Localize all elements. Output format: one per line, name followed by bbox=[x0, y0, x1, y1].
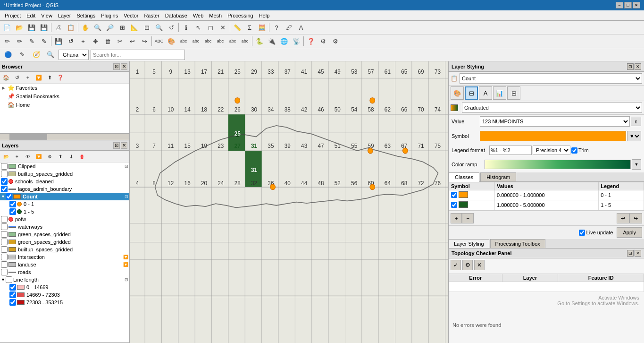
count-expand[interactable]: ▼ bbox=[1, 194, 6, 199]
help-btn[interactable]: ❓ bbox=[305, 35, 317, 47]
renderer-select[interactable]: Graduated bbox=[462, 103, 642, 113]
layer-ll-3[interactable]: 72303 - 353215 bbox=[0, 299, 129, 306]
layer-lagos[interactable]: lagos_admin_boundary bbox=[0, 185, 129, 193]
layers-close-button[interactable]: ✕ bbox=[121, 142, 127, 149]
calculator-button[interactable]: 🧮 bbox=[256, 22, 268, 33]
extra2-btn[interactable]: ⚙ bbox=[330, 35, 341, 47]
delete-btn[interactable]: 🗑 bbox=[102, 35, 113, 47]
precision-select[interactable]: Precision 4 bbox=[533, 146, 570, 155]
menu-mesh[interactable]: Mesh bbox=[206, 12, 225, 19]
abc6-btn[interactable]: abc bbox=[227, 35, 238, 47]
plugin3-btn[interactable]: 📡 bbox=[291, 35, 302, 47]
value-epsilon-btn[interactable]: ε bbox=[631, 117, 641, 126]
symbol-color-btn[interactable] bbox=[480, 131, 626, 141]
zoom-all-button[interactable]: ⊞ bbox=[117, 22, 128, 33]
classes-undo-btn[interactable]: ↩ bbox=[617, 213, 629, 223]
save-button[interactable]: 💾 bbox=[26, 22, 37, 33]
layer-options-btn[interactable]: ⚙ bbox=[45, 152, 54, 161]
abc4-btn[interactable]: abc bbox=[202, 35, 214, 47]
menu-database[interactable]: Database bbox=[162, 12, 190, 19]
browser-refresh-btn[interactable]: ↺ bbox=[12, 73, 22, 82]
menu-view[interactable]: View bbox=[38, 12, 55, 19]
layer-green1-check[interactable] bbox=[1, 231, 8, 238]
linelength-expand[interactable]: ▼ bbox=[1, 277, 6, 282]
tab-histogram[interactable]: Histogram bbox=[480, 172, 516, 181]
ll-3-check[interactable] bbox=[9, 299, 16, 306]
ll-2-check[interactable] bbox=[9, 292, 16, 298]
classes-redo-btn[interactable]: ↪ bbox=[629, 213, 642, 223]
add-point-btn[interactable]: + bbox=[77, 35, 89, 47]
style-paint-icon[interactable]: 🎨 bbox=[451, 86, 464, 100]
menu-project[interactable]: Project bbox=[2, 12, 24, 19]
save-as-button[interactable]: 💾 bbox=[38, 22, 50, 33]
topo-config-btn[interactable]: ⚙ bbox=[462, 260, 473, 270]
browser-filter-btn[interactable]: 🔽 bbox=[34, 73, 43, 82]
layer-intersection[interactable]: Intersection 🔽 bbox=[0, 253, 129, 261]
zoom-in-button[interactable]: 🔍 bbox=[92, 22, 103, 33]
move-btn[interactable]: ✥ bbox=[90, 35, 101, 47]
open-button[interactable]: 📂 bbox=[14, 22, 25, 33]
tab-layer-styling[interactable]: Layer Styling bbox=[449, 239, 489, 248]
edit2-btn[interactable]: ✎ bbox=[38, 35, 50, 47]
symbol-dropdown[interactable]: ▼ bbox=[627, 131, 641, 141]
locbar-search[interactable]: 🔍 bbox=[45, 49, 56, 60]
layer-collapse-btn[interactable]: ⬇ bbox=[67, 152, 76, 161]
menu-raster[interactable]: Raster bbox=[141, 12, 162, 19]
layer-count[interactable]: ▼ Count ⊡ bbox=[0, 193, 129, 200]
layer-builtup-check[interactable] bbox=[1, 171, 8, 177]
browser-collapse-btn[interactable]: ⬆ bbox=[45, 73, 54, 82]
layer-name-select[interactable]: Count bbox=[460, 73, 642, 84]
layer-green1[interactable]: green_spaces_gridded bbox=[0, 231, 129, 238]
layer-count-0-1[interactable]: 0 - 1 bbox=[0, 200, 129, 208]
split-btn[interactable]: ✂ bbox=[114, 35, 125, 47]
plugin-btn[interactable]: 🔌 bbox=[266, 35, 277, 47]
browser-spatial-bookmarks[interactable]: 📌 Spatial Bookmarks bbox=[0, 92, 129, 101]
redo-btn[interactable]: ↪ bbox=[139, 35, 150, 47]
layer-roads-check[interactable] bbox=[1, 269, 8, 275]
layer-ll-2[interactable]: 14669 - 72303 bbox=[0, 291, 129, 299]
identify-button[interactable]: ℹ bbox=[180, 22, 192, 33]
browser-home[interactable]: 🏠 Home bbox=[0, 101, 129, 109]
layer-add-btn[interactable]: + bbox=[12, 152, 22, 161]
layer-landuse-check[interactable] bbox=[1, 261, 8, 268]
map-area[interactable]: 1 5 9 13 17 21 25 29 33 37 41 45 49 53 5… bbox=[130, 61, 448, 343]
stats-button[interactable]: Σ bbox=[244, 22, 255, 33]
classes-remove-btn[interactable]: − bbox=[462, 213, 473, 223]
styling-close-btn[interactable]: ✕ bbox=[635, 63, 641, 70]
zoom-layer-button[interactable]: 📐 bbox=[129, 22, 140, 33]
layer-show-btn[interactable]: 👁 bbox=[23, 152, 33, 161]
layer-green2[interactable]: green_spaces_gridded bbox=[0, 238, 129, 246]
zoom-feature-button[interactable]: 🔍 bbox=[153, 22, 165, 33]
style-graduated-icon[interactable]: ⊟ bbox=[465, 86, 478, 100]
layer-intersection-check[interactable] bbox=[1, 254, 8, 260]
browser-float-button[interactable]: ⊡ bbox=[113, 63, 120, 70]
locbar-edit[interactable]: ✎ bbox=[17, 49, 28, 60]
browser-home-btn[interactable]: 🏠 bbox=[1, 73, 11, 82]
layer-pofw[interactable]: pofw bbox=[0, 215, 129, 223]
layer-lagos-check[interactable] bbox=[1, 186, 8, 192]
styling-float-btn[interactable]: ⊡ bbox=[627, 63, 634, 70]
locbar-nav[interactable]: 🧭 bbox=[31, 49, 42, 60]
edit-btn[interactable]: ✎ bbox=[26, 35, 37, 47]
layer-waterways[interactable]: waterways bbox=[0, 223, 129, 231]
browser-add-btn[interactable]: + bbox=[23, 73, 33, 82]
tab-classes[interactable]: Classes bbox=[449, 172, 479, 182]
live-update-check[interactable] bbox=[579, 230, 585, 236]
layer-linelength-check[interactable] bbox=[6, 276, 12, 283]
layer-expand-btn[interactable]: ⬆ bbox=[56, 152, 65, 161]
search-input[interactable] bbox=[91, 50, 185, 60]
python-btn[interactable]: 🐍 bbox=[254, 35, 265, 47]
close-button[interactable]: ✕ bbox=[633, 2, 640, 9]
help2-button[interactable]: ? bbox=[271, 22, 282, 33]
count-1-5-check[interactable] bbox=[9, 208, 16, 215]
abc2-btn[interactable]: abc bbox=[178, 35, 189, 47]
layer-count-1-5[interactable]: 1 - 5 bbox=[0, 208, 129, 215]
menu-vector[interactable]: Vector bbox=[121, 12, 141, 19]
menu-processing[interactable]: Processing bbox=[225, 12, 256, 19]
abc5-btn[interactable]: abc bbox=[215, 35, 226, 47]
print-button[interactable]: 🖨 bbox=[53, 22, 64, 33]
topo-validate-btn[interactable]: ✓ bbox=[451, 260, 461, 270]
browser-close-button[interactable]: ✕ bbox=[121, 63, 127, 70]
digitize-btn[interactable]: ✏ bbox=[1, 35, 13, 47]
maximize-button[interactable]: □ bbox=[624, 2, 632, 9]
